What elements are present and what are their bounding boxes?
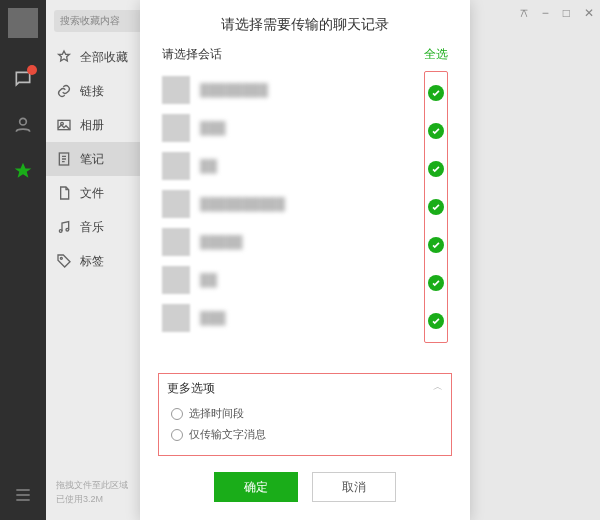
- radio-icon: [171, 429, 183, 441]
- option-time-range[interactable]: 选择时间段: [167, 403, 443, 424]
- conversation-name: ██: [200, 159, 418, 173]
- note-icon: [56, 151, 72, 167]
- check-icon[interactable]: [428, 237, 444, 253]
- sidebar-hint: 拖拽文件至此区域 已使用3.2M: [56, 479, 150, 506]
- badge: [27, 65, 37, 75]
- check-icon[interactable]: [428, 199, 444, 215]
- left-rail: [0, 0, 46, 520]
- sidebar-item-label: 文件: [80, 185, 104, 202]
- conversation-name: ██████████: [200, 197, 418, 211]
- ok-button[interactable]: 确定: [214, 472, 298, 502]
- sidebar-item-label: 相册: [80, 117, 104, 134]
- maximize-button[interactable]: □: [563, 6, 570, 20]
- more-options-header[interactable]: 更多选项: [167, 380, 215, 397]
- chevron-up-icon[interactable]: ︿: [433, 380, 443, 397]
- avatar: [162, 304, 190, 332]
- dialog-buttons: 确定 取消: [140, 456, 470, 520]
- sidebar-item-label: 笔记: [80, 151, 104, 168]
- select-all-button[interactable]: 全选: [424, 46, 448, 63]
- list-item[interactable]: ████████: [162, 71, 418, 109]
- tag-icon: [56, 253, 72, 269]
- star-icon: [56, 49, 72, 65]
- radio-icon: [171, 408, 183, 420]
- file-icon: [56, 185, 72, 201]
- hint-line: 已使用3.2M: [56, 493, 150, 507]
- select-session-label: 请选择会话: [162, 46, 222, 63]
- conversation-name: ██: [200, 273, 418, 287]
- option-label: 仅传输文字消息: [189, 427, 266, 442]
- conversation-name: ███: [200, 121, 418, 135]
- select-all-label: 全选: [424, 46, 448, 63]
- hint-line: 拖拽文件至此区域: [56, 479, 150, 493]
- check-icon[interactable]: [428, 123, 444, 139]
- settings-icon[interactable]: ⚻: [520, 6, 528, 20]
- conversation-name: ███: [200, 311, 418, 325]
- list-item[interactable]: ███: [162, 299, 418, 337]
- option-label: 选择时间段: [189, 406, 244, 421]
- conversation-list: ████████ ███ ██ ██████████ █████ ██ ███: [162, 71, 418, 337]
- cancel-button[interactable]: 取消: [312, 472, 396, 502]
- avatar: [162, 190, 190, 218]
- svg-point-4: [59, 230, 62, 233]
- svg-point-6: [60, 257, 62, 259]
- option-text-only[interactable]: 仅传输文字消息: [167, 424, 443, 445]
- music-icon: [56, 219, 72, 235]
- check-icon[interactable]: [428, 275, 444, 291]
- list-item[interactable]: ██████████: [162, 185, 418, 223]
- link-icon: [56, 83, 72, 99]
- image-icon: [56, 117, 72, 133]
- avatar: [162, 76, 190, 104]
- avatar: [162, 266, 190, 294]
- favorites-icon[interactable]: [12, 160, 34, 182]
- sidebar-item-label: 音乐: [80, 219, 104, 236]
- conversation-name: ████████: [200, 83, 418, 97]
- check-icon[interactable]: [428, 161, 444, 177]
- avatar[interactable]: [8, 8, 38, 38]
- svg-point-0: [20, 118, 27, 125]
- contacts-icon[interactable]: [12, 114, 34, 136]
- menu-icon[interactable]: [12, 484, 34, 506]
- sidebar-item-label: 全部收藏: [80, 49, 128, 66]
- dialog-title: 请选择需要传输的聊天记录: [140, 0, 470, 46]
- sidebar-item-label: 链接: [80, 83, 104, 100]
- list-item[interactable]: ██: [162, 147, 418, 185]
- svg-point-5: [66, 228, 69, 231]
- search-placeholder: 搜索收藏内容: [60, 14, 120, 28]
- check-icon[interactable]: [428, 313, 444, 329]
- avatar: [162, 228, 190, 256]
- close-button[interactable]: ✕: [584, 6, 594, 20]
- check-column-highlight: [424, 71, 448, 343]
- sidebar-item-label: 标签: [80, 253, 104, 270]
- avatar: [162, 114, 190, 142]
- window-controls: ⚻ − □ ✕: [520, 6, 594, 20]
- list-item[interactable]: ██: [162, 261, 418, 299]
- list-item[interactable]: ███: [162, 109, 418, 147]
- avatar: [162, 152, 190, 180]
- transfer-dialog: 请选择需要传输的聊天记录 请选择会话 全选 ████████ ███ ██ ██…: [140, 0, 470, 520]
- check-icon[interactable]: [428, 85, 444, 101]
- more-options: 更多选项 ︿ 选择时间段 仅传输文字消息: [158, 373, 452, 456]
- search-input[interactable]: 搜索收藏内容: [54, 10, 150, 32]
- list-item[interactable]: █████: [162, 223, 418, 261]
- conversation-name: █████: [200, 235, 418, 249]
- minimize-button[interactable]: −: [542, 6, 549, 20]
- chat-icon[interactable]: [12, 68, 34, 90]
